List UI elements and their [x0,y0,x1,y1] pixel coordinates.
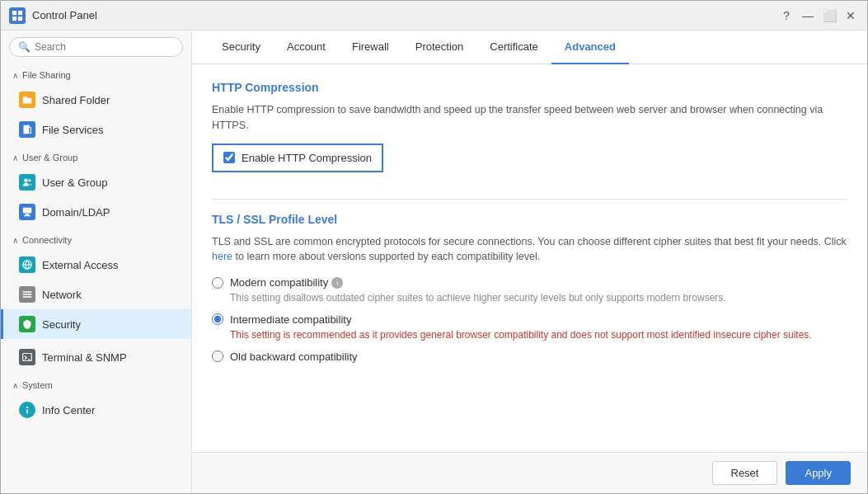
search-box: 🔍 [9,37,183,57]
radio-option-old: Old backward compatibility [212,351,847,363]
sidebar-label-domain-ldap: Domain/LDAP [42,206,110,219]
close-button[interactable]: ✕ [842,7,859,24]
sidebar-label-network: Network [42,289,82,301]
tls-radio-group: Modern compatibility i This setting disa… [212,276,847,363]
file-services-icon [19,121,35,138]
chevron-icon: ∧ [12,71,18,80]
svg-point-13 [26,407,28,408]
content-area: Security Account Firewall Protection Cer… [192,31,867,493]
tls-ssl-desc: TLS and SSL are common encrypted protoco… [212,234,847,266]
radio-modern[interactable] [212,277,223,289]
reset-button[interactable]: Reset [712,461,778,485]
tab-certificate[interactable]: Certificate [476,31,551,64]
tls-ssl-title: TLS / SSL Profile Level [212,213,847,226]
network-icon [19,286,35,303]
radio-option-modern: Modern compatibility i This setting disa… [212,276,847,305]
section-header-system[interactable]: ∧ System [1,375,191,395]
chevron-icon-4: ∧ [12,381,18,390]
radio-modern-desc: This setting disallows outdated cipher s… [230,291,847,305]
shared-folder-icon [19,92,35,108]
search-container: 🔍 [1,31,191,64]
section-header-connectivity[interactable]: ∧ Connectivity [1,230,191,250]
sidebar-item-shared-folder[interactable]: Shared Folder [1,85,191,115]
http-compression-section: HTTP Compression Enable HTTP compression… [212,81,847,186]
security-icon [19,316,35,332]
page-content: HTTP Compression Enable HTTP compression… [192,64,867,452]
footer: Reset Apply [192,452,867,493]
section-label-connectivity: Connectivity [22,235,72,245]
radio-modern-label[interactable]: Modern compatibility [230,276,328,289]
help-button[interactable]: ? [778,7,795,24]
sidebar-item-terminal[interactable]: Terminal & SNMP [1,342,191,372]
tab-firewall[interactable]: Firewall [339,31,402,64]
window-title: Control Panel [32,9,778,21]
sidebar-item-external-access[interactable]: External Access [1,250,191,280]
sidebar-item-info-center[interactable]: Info Center [1,395,191,425]
svg-rect-1 [18,10,22,14]
radio-old-label[interactable]: Old backward compatibility [230,351,358,363]
search-input[interactable] [35,41,174,53]
svg-rect-14 [26,409,28,413]
section-label-system: System [22,380,53,390]
main-layout: 🔍 ∧ File Sharing Shared Folder [1,31,867,493]
sidebar-label-user-group: User & Group [42,176,107,189]
http-compression-checkbox-row: Enable HTTP Compression [212,143,383,172]
svg-rect-4 [24,125,30,134]
svg-rect-8 [26,214,30,215]
maximize-button[interactable]: ⬜ [821,7,838,24]
sidebar: 🔍 ∧ File Sharing Shared Folder [1,31,192,493]
section-header-file-sharing[interactable]: ∧ File Sharing [1,65,191,85]
svg-point-6 [29,179,31,181]
svg-rect-3 [18,16,22,20]
window-controls: ? — ⬜ ✕ [778,7,859,24]
svg-rect-2 [12,16,16,20]
tab-security[interactable]: Security [209,31,274,64]
svg-rect-9 [24,215,30,217]
section-user-group: ∧ User & Group User & Group Domain/LDAP [1,146,191,228]
chevron-icon-3: ∧ [12,236,18,245]
section-file-sharing: ∧ File Sharing Shared Folder File Servic… [1,64,191,146]
sidebar-item-domain-ldap[interactable]: Domain/LDAP [1,197,191,227]
radio-option-intermediate: Intermediate compatibility This setting … [212,313,847,342]
radio-intermediate-desc: This setting is recommended as it provid… [230,328,847,342]
search-icon: 🔍 [18,41,30,53]
svg-point-5 [24,179,28,183]
minimize-button[interactable]: — [800,7,816,24]
radio-old[interactable] [212,351,223,362]
section-divider [212,199,847,200]
section-header-user-group[interactable]: ∧ User & Group [1,148,191,167]
tls-here-link[interactable]: here [212,251,232,262]
sidebar-label-security: Security [42,318,81,331]
section-terminal: Terminal & SNMP [1,341,191,374]
sidebar-item-file-services[interactable]: File Services [1,115,191,144]
enable-http-checkbox[interactable] [223,152,235,163]
info-icon-modern[interactable]: i [331,277,343,289]
tab-advanced[interactable]: Advanced [551,31,629,64]
enable-http-label[interactable]: Enable HTTP Compression [242,152,372,164]
terminal-icon [19,349,35,365]
sidebar-item-network[interactable]: Network [1,280,191,309]
sidebar-item-user-group[interactable]: User & Group [1,167,191,197]
http-compression-title: HTTP Compression [212,81,847,94]
app-icon [9,7,26,24]
section-label-user-group: User & Group [22,153,77,162]
radio-intermediate[interactable] [212,313,223,325]
external-access-icon [19,256,35,273]
control-panel-window: Control Panel ? — ⬜ ✕ 🔍 ∧ File Sharing [0,0,868,494]
tab-protection[interactable]: Protection [402,31,477,64]
titlebar: Control Panel ? — ⬜ ✕ [1,1,867,31]
apply-button[interactable]: Apply [786,461,851,485]
section-label-file-sharing: File Sharing [22,70,71,80]
info-center-icon [19,402,35,418]
sidebar-item-security[interactable]: Security [1,309,191,339]
domain-icon [19,204,35,220]
user-group-icon [19,174,35,191]
tab-account[interactable]: Account [274,31,339,64]
radio-intermediate-label[interactable]: Intermediate compatibility [230,313,351,326]
http-compression-desc: Enable HTTP compression to save bandwidt… [212,102,847,134]
sidebar-label-external-access: External Access [42,259,119,271]
svg-rect-7 [23,208,32,214]
tab-bar: Security Account Firewall Protection Cer… [192,31,867,64]
chevron-icon-2: ∧ [12,153,18,162]
sidebar-label-shared-folder: Shared Folder [42,94,110,106]
